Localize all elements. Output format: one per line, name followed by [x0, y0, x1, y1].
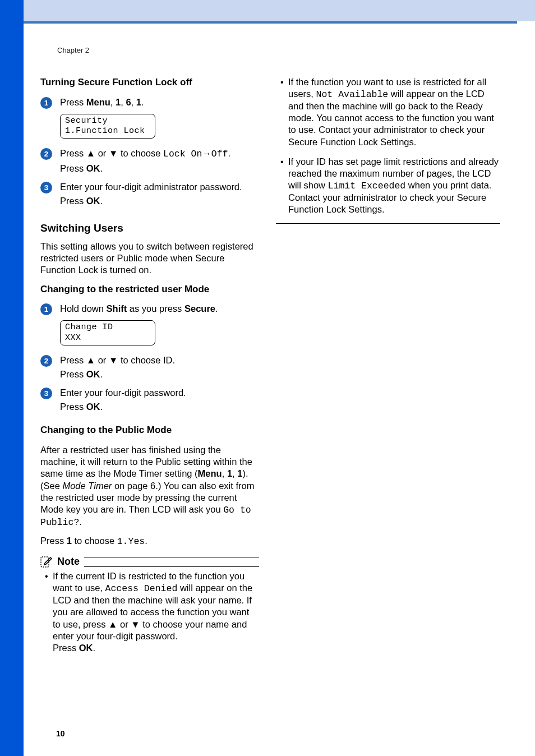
- lcd-display-2: Change ID XXX: [60, 320, 155, 345]
- right-arrow-icon: →: [202, 148, 211, 158]
- down-arrow-icon: ▼: [109, 148, 118, 158]
- step1-text: Press Menu, 1, 6, 1.: [60, 96, 259, 108]
- chapter-label: Chapter 2: [57, 46, 89, 56]
- step-badge-2: 2: [40, 148, 52, 160]
- step3-line2: Press OK.: [60, 195, 259, 207]
- heading-turn-off: Turning Secure Function Lock off: [40, 76, 259, 89]
- mode-timer-cross-ref[interactable]: Mode Timer: [62, 481, 112, 491]
- page-number: 10: [56, 729, 65, 739]
- note-end-rule: [276, 223, 500, 224]
- rstep2-line1: Press ▲ or ▼ to choose ID.: [60, 354, 259, 366]
- rstep-3: 3 Enter your four-digit password. Press …: [40, 387, 259, 415]
- step-badge-1: 1: [40, 97, 52, 109]
- step-2: 2 Press ▲ or ▼ to choose Lock On→Off. Pr…: [40, 147, 259, 176]
- step-3: 3 Enter your four-digit administrator pa…: [40, 181, 259, 209]
- heading-public-mode: Changing to the Public Mode: [40, 424, 259, 436]
- public-press1: Press 1 to choose 1.Yes.: [40, 535, 259, 547]
- down-arrow-icon: ▼: [131, 619, 140, 629]
- up-arrow-icon: ▲: [86, 355, 95, 365]
- up-arrow-icon: ▲: [108, 619, 117, 629]
- note-title: Note: [57, 555, 80, 568]
- heading-restricted-mode: Changing to the restricted user Mode: [40, 283, 259, 296]
- step-badge-3: 3: [40, 182, 52, 193]
- header-stripe: [24, 0, 535, 21]
- svg-rect-0: [41, 557, 49, 567]
- left-brand-bar: [0, 0, 24, 756]
- header-rule: [24, 21, 517, 24]
- rstep2-line2: Press OK.: [60, 368, 259, 380]
- rstep-badge-3: 3: [40, 388, 52, 399]
- note-bullet-3: If your ID has set page limit restrictio…: [286, 156, 500, 216]
- content-area: Turning Secure Function Lock off 1 Press…: [40, 76, 513, 662]
- step2-line2: Press OK.: [60, 163, 259, 174]
- note-bullet-1: If the current ID is restricted to the f…: [50, 570, 259, 654]
- up-arrow-icon: ▲: [86, 148, 95, 158]
- down-arrow-icon: ▼: [109, 355, 118, 365]
- rstep3-line2: Press OK.: [60, 401, 259, 413]
- step2-line1: Press ▲ or ▼ to choose Lock On→Off.: [60, 147, 259, 160]
- left-column: Turning Secure Function Lock off 1 Press…: [40, 76, 259, 662]
- heading-switching-users: Switching Users: [40, 222, 259, 235]
- rstep-2: 2 Press ▲ or ▼ to choose ID. Press OK.: [40, 354, 259, 382]
- switching-para: This setting allows you to switch betwee…: [40, 241, 259, 276]
- note-pencil-icon: [40, 556, 53, 568]
- note-block: Note If the current ID is restricted to …: [40, 555, 259, 654]
- rstep-badge-2: 2: [40, 355, 52, 367]
- rstep-badge-1: 1: [40, 303, 52, 315]
- rstep-1: 1 Hold down Shift as you press Secure. C…: [40, 303, 259, 350]
- right-column: If the function you want to use is restr…: [276, 76, 500, 662]
- step-1: 1 Press Menu, 1, 6, 1. Security 1.Functi…: [40, 96, 259, 144]
- step3-line1: Enter your four-digit administrator pass…: [60, 181, 259, 193]
- rstep1-text: Hold down Shift as you press Secure.: [60, 303, 259, 315]
- note-bullet-2: If the function you want to use is restr…: [286, 76, 500, 148]
- lcd-display-1: Security 1.Function Lock: [60, 114, 155, 139]
- rstep3-line1: Enter your four-digit password.: [60, 387, 259, 399]
- public-para: After a restricted user has finished usi…: [40, 444, 259, 528]
